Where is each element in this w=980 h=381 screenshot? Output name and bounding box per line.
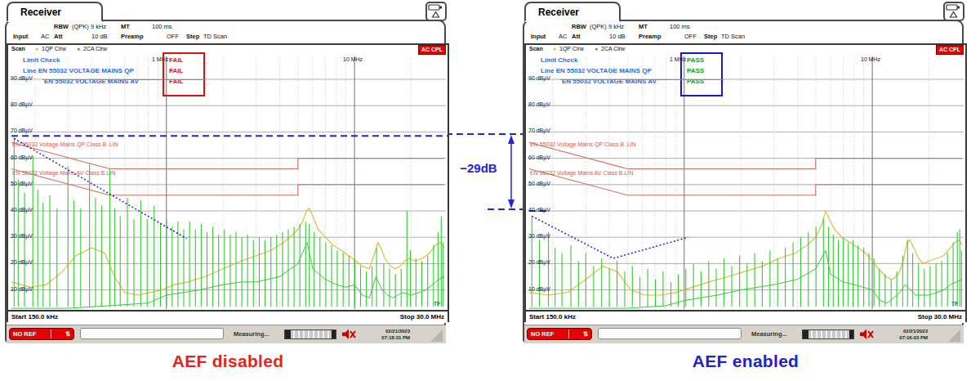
stepper-arrows-icon[interactable]: ⇅	[583, 330, 588, 338]
y-axis-label: 40 dBµV	[528, 207, 550, 213]
trace2-label[interactable]: 2CA Clrw	[83, 46, 107, 52]
y-axis-label: 70 dBµV	[11, 128, 33, 133]
trace2-label[interactable]: 2CA Clrw	[601, 46, 625, 52]
step-label: Step	[186, 33, 199, 40]
resize-grip[interactable]	[430, 329, 443, 342]
preamp-label: Preamp	[121, 33, 144, 40]
y-axis-label: 10 dBµV	[11, 286, 33, 292]
transducer-factor-marker: TF	[434, 301, 440, 307]
scan-label: Scan	[529, 46, 543, 52]
no-ref-label: NO REF	[531, 330, 554, 338]
preamp-value: OFF	[167, 33, 179, 40]
caption-aef-enabled: AEF enabled	[523, 352, 969, 371]
input-value: AC	[559, 33, 567, 40]
mt-label: MT	[121, 23, 130, 30]
att-value: 10 dB	[609, 33, 626, 40]
battery-warning-glyph	[945, 3, 963, 20]
receiver-window-right: Receiver RBW (QPK) 9 kHz MT 100 ms Input…	[523, 2, 969, 346]
limit-check-title: Limit Check	[23, 56, 60, 64]
trace1-color-dot-icon: ●	[553, 46, 556, 52]
mt-value: 100 ms	[670, 23, 690, 30]
ac-coupling-badge: AC CPL	[936, 45, 964, 55]
input-label: Input	[13, 33, 28, 40]
time-label: 07:18:31 PM	[381, 335, 410, 340]
y-axis-label: 30 dBµV	[11, 233, 33, 239]
spectrum-plot	[526, 55, 965, 310]
limit-lines	[529, 142, 962, 195]
measurement-area: Scan ● 1QP Clrw ● 2CA Clrw AC CPL Limit …	[524, 43, 967, 322]
stop-frequency-label: Stop 30.0 MHz	[918, 313, 962, 320]
y-axis-label: 20 dBµV	[528, 259, 550, 265]
stepper-arrows-icon[interactable]: ⇅	[65, 330, 70, 338]
rbw-value: (QPK) 9 kHz	[72, 23, 106, 30]
frequency-range-bar: Start 150.0 kHz Stop 30.0 MHz	[526, 310, 965, 323]
trace1-label[interactable]: 1QP Clrw	[559, 46, 584, 52]
mt-label: MT	[639, 23, 648, 30]
speaker-muted-icon[interactable]	[859, 329, 874, 340]
rbw-label: RBW	[572, 23, 586, 30]
input-label: Input	[531, 33, 546, 40]
window-tab-receiver[interactable]: Receiver	[7, 2, 103, 22]
y-axis-label: 60 dBµV	[11, 155, 33, 160]
limit-check-line-qp: Line EN 55032 VOLTAGE MAINS QP	[23, 67, 134, 74]
step-label: Step	[704, 33, 717, 40]
window-tab-receiver[interactable]: Receiver	[524, 2, 621, 22]
battery-status-icon	[425, 2, 447, 21]
y-axis-label: 50 dBµV	[528, 181, 550, 186]
start-frequency-label: Start 150.0 kHz	[529, 313, 576, 320]
limit-label-av: EN 55032 Voltage Mains AV Class B.LIN	[530, 170, 633, 176]
no-ref-button[interactable]: NO REF ⇅	[527, 328, 592, 340]
y-axis-label: 80 dBµV	[11, 101, 33, 107]
date-label: 02/21/2023	[385, 329, 410, 334]
arrowhead-down-icon	[508, 199, 514, 208]
y-axis-label: 10 dBµV	[528, 286, 550, 292]
divider	[568, 329, 569, 338]
step-value: TD Scan	[203, 33, 227, 40]
limit-check-line-qp: Line EN 55032 VOLTAGE MAINS QP	[541, 67, 652, 74]
entry-field[interactable]	[80, 328, 224, 339]
measurement-progress-bar	[802, 329, 854, 339]
header-row-2: Input AC Att 10 dB Preamp OFF Step TD Sc…	[13, 33, 446, 42]
freq-axis-label: 10 MHz	[343, 56, 363, 62]
y-axis-label: 20 dBµV	[11, 259, 33, 265]
limit-label-av: EN 55032 Voltage Mains AV Class B.LIN	[12, 170, 115, 176]
preamp-value: OFF	[684, 33, 697, 40]
scan-trace-bar: Scan ● 1QP Clrw ● 2CA Clrw AC CPL	[526, 45, 965, 55]
y-axis-label: 70 dBµV	[528, 128, 550, 133]
result-highlight-box	[163, 52, 205, 96]
trace-quasi-peak	[529, 216, 962, 308]
measurement-progress-bar	[284, 329, 336, 339]
datetime-display: 02/21/2023 07:16:03 PM	[899, 328, 928, 341]
battery-warning-glyph	[427, 3, 445, 20]
no-ref-button[interactable]: NO REF ⇅	[9, 328, 74, 340]
att-label: Att	[572, 33, 580, 40]
measuring-status-label: Measuring...	[234, 330, 270, 338]
att-label: Att	[54, 33, 62, 40]
transducer-factor-marker: TF	[951, 301, 958, 307]
entry-field[interactable]	[598, 328, 742, 339]
trace2-color-dot-icon: ●	[77, 46, 80, 52]
caption-aef-disabled: AEF disabled	[5, 352, 451, 371]
comparison-figure: AEF disabled AEF enabled −29dB Receiver …	[0, 0, 980, 381]
measuring-status-label: Measuring...	[751, 330, 787, 338]
blue-reference-lines	[11, 136, 448, 239]
date-label: 02/21/2023	[903, 329, 928, 334]
resize-grip[interactable]	[948, 329, 960, 342]
receiver-window-left: Receiver RBW (QPK) 9 kHz MT 100 ms Input…	[5, 2, 451, 346]
limit-check-title: Limit Check	[541, 56, 577, 64]
no-ref-label: NO REF	[13, 330, 36, 338]
y-axis-label: 40 dBµV	[11, 207, 33, 213]
att-value: 10 dB	[91, 33, 108, 40]
status-taskbar: NO REF ⇅ Measuring... 02/21/2023 07:18:3…	[7, 325, 446, 343]
measurement-area: Scan ● 1QP Clrw ● 2CA Clrw AC CPL Limit …	[7, 43, 449, 322]
mt-value: 100 ms	[152, 23, 172, 30]
trace1-label[interactable]: 1QP Clrw	[42, 46, 66, 52]
speaker-muted-icon[interactable]	[341, 329, 356, 340]
limit-lines	[11, 142, 444, 195]
y-axis-label: 50 dBµV	[11, 181, 33, 186]
ac-coupling-badge: AC CPL	[418, 45, 446, 55]
trace1-color-dot-icon: ●	[35, 46, 38, 52]
scan-trace-bar: Scan ● 1QP Clrw ● 2CA Clrw AC CPL	[8, 45, 448, 55]
rbw-label: RBW	[54, 23, 69, 30]
gridline-over-text	[560, 79, 724, 80]
